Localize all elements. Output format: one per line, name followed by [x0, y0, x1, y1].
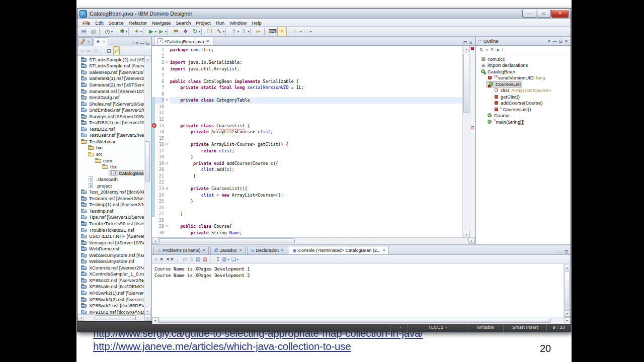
view-tab-console[interactable]: ▣Console (<terminated> CatalogBean (2...… [289, 246, 389, 254]
terminate-icon[interactable]: ■ [154, 255, 157, 263]
remove-all-launches-icon[interactable]: ✕✕ [166, 255, 174, 263]
chevron-right-icon[interactable]: » [132, 41, 135, 46]
fold-marker[interactable]: ⊖ [165, 141, 169, 148]
outline-item[interactable]: ▦com.tlcc [476, 56, 571, 62]
scroll-up-icon[interactable]: ▴ [564, 264, 570, 270]
annotation-ruler[interactable] [470, 46, 475, 237]
minimize-button[interactable]: — [522, 10, 536, 18]
back-icon[interactable]: ⇦ [80, 47, 85, 55]
code-line[interactable]: package com.tlcc; [170, 47, 463, 53]
keyboard-icon[interactable]: ⌨ [268, 27, 277, 36]
view-menu-icon[interactable]: ≡ [136, 41, 138, 46]
remove-launch-icon[interactable]: ✕ [159, 255, 164, 263]
hide-fields-icon[interactable]: ▫ [486, 47, 488, 52]
fold-marker[interactable]: ⊖ [165, 160, 169, 167]
code-line[interactable]: private static final long serialVersionU… [170, 84, 463, 91]
scrollbar-thumb[interactable] [145, 141, 150, 182]
tree-vertical-scrollbar[interactable]: ▴▾ [144, 56, 151, 314]
scrollbar-thumb[interactable] [565, 271, 570, 311]
display-console-icon[interactable]: ▥ [222, 255, 226, 263]
dropdown-caret-icon[interactable]: ▾ [111, 30, 113, 33]
code-line[interactable]: private class CategoryTable [170, 97, 463, 104]
tree-item[interactable]: Surveys.nsf [\\Server10/Se [77, 113, 144, 120]
tree-item[interactable]: Verisign.nsf [\\Server10/Se [77, 239, 144, 246]
open-resource-icon[interactable]: ❒ [205, 27, 214, 36]
tree-item[interactable]: WebDemo.nsf [77, 245, 144, 252]
tree-item[interactable]: SndEmbed.nsf [\\server2/N [77, 107, 144, 113]
code-line[interactable]: private CoursesList(){ [170, 186, 463, 192]
menu-help[interactable]: Help [249, 20, 264, 26]
code-line[interactable]: private ArrayList<Course> clist; [170, 129, 463, 135]
tree-item[interactable]: Sametest(2).nsf [\\STServe [77, 81, 144, 88]
dropdown-caret-icon[interactable]: ▾ [165, 30, 167, 33]
code-editor[interactable]: ✕ 12345678910111213141516171819202122232… [152, 46, 475, 237]
close-tab-icon[interactable]: ✕ [103, 40, 106, 44]
hide-nonpublic-icon[interactable]: ● [497, 47, 499, 52]
tree-item[interactable]: Testimp.nsf [77, 208, 144, 214]
title-bar[interactable]: CatalogBean.java - IBM Domino Designer —… [77, 9, 571, 19]
outline-item[interactable]: getClist() [476, 94, 571, 100]
tree-item[interactable]: XP85wrk2(1).nsf [\\Server1 [77, 290, 144, 296]
scroll-down-icon[interactable]: ▾ [144, 308, 150, 314]
tree-item[interactable]: STLinksSample.nsf [\\serve [77, 63, 144, 69]
code-line[interactable]: private String Name; [170, 230, 463, 236]
maximize-icon[interactable]: ⊡ [559, 39, 562, 44]
outline-item[interactable]: clist : ArrayList<Course> [476, 87, 571, 94]
outline-item[interactable]: CCoursesList() [476, 106, 571, 113]
code-line[interactable] [170, 104, 463, 110]
tree-item[interactable]: Test_20Derby.nsf [tlcc\9XP [77, 189, 144, 195]
outline-item[interactable]: CoursesList [476, 81, 571, 87]
scroll-right-icon[interactable]: ▸ [144, 315, 151, 321]
view-tab-javadoc[interactable]: @Javadoc✕ [210, 246, 246, 254]
collapse-all-icon[interactable]: ⊟ [107, 47, 111, 55]
code-line[interactable] [170, 205, 463, 211]
code-line[interactable]: public class CatalogBean implements Seri… [170, 78, 463, 85]
dropdown-caret-icon[interactable]: ▾ [228, 257, 229, 261]
scroll-left-icon[interactable]: ◂ [152, 238, 158, 244]
tree-item[interactable]: Testeam.nsf [\\server2/Ne [77, 195, 144, 202]
menu-file[interactable]: File [80, 20, 93, 26]
show-stdout-icon[interactable]: ▤ [196, 255, 200, 263]
scroll-right-icon[interactable]: ▸ [564, 317, 571, 323]
console-horizontal-scrollbar[interactable]: ◂▸ [152, 317, 571, 324]
tree-item[interactable]: SalesRep.nsf [\\Server10/Se [77, 69, 144, 75]
tree-item[interactable]: Tips.nsf [\\Server10/Server [77, 214, 144, 221]
hide-static-icon[interactable]: S [491, 47, 494, 52]
code-line[interactable]: import java.io.Serializable; [170, 59, 463, 66]
tree-item[interactable]: USCHED17.NTF [\\Server10 [77, 233, 144, 239]
outline-item[interactable]: S FserialVersionUID : long [476, 75, 571, 81]
code-line[interactable]: private class CoursesList { [170, 123, 463, 129]
dropdown-caret-icon[interactable]: ▾ [126, 30, 127, 33]
tree-item[interactable]: TroubleTickets90.nsf [\\ser [77, 220, 144, 227]
close-tab-icon[interactable]: ✕ [203, 248, 206, 252]
menu-refactor[interactable]: Refactor [126, 20, 149, 26]
console-vertical-scrollbar[interactable]: ▴▾ [564, 264, 571, 317]
close-tab-icon[interactable]: ✕ [207, 39, 210, 43]
code-line[interactable]: } [170, 198, 463, 205]
tree-item[interactable]: XControls.nsf [\\server2/N [77, 264, 144, 271]
minimize-icon[interactable]: — [457, 40, 461, 45]
scrollbar-thumb[interactable] [158, 318, 551, 323]
minimize-icon[interactable]: — [558, 249, 562, 254]
close-tab-icon[interactable]: ✕ [239, 248, 242, 252]
tree-item[interactable]: STLinksSample(2).nsf [\\ST [77, 56, 144, 63]
scrollbar-thumb[interactable] [159, 238, 295, 243]
close-tab-icon[interactable]: ✕ [383, 248, 386, 252]
menu-search[interactable]: Search [173, 20, 193, 26]
code-line[interactable]: public class Course{ [170, 223, 463, 230]
view-menu-icon[interactable]: ≡ [548, 39, 550, 44]
code-line[interactable]: import java.util.ArrayList; [170, 66, 463, 72]
sort-icon[interactable]: ⇅ [479, 47, 483, 52]
menu-run[interactable]: Run [213, 20, 227, 26]
tree-item[interactable]: TestDB2(1).nsf [\\server2/N [77, 119, 144, 126]
close-tab-icon[interactable]: ✕ [281, 248, 284, 252]
tree-item[interactable]: com [77, 157, 144, 164]
fold-marker[interactable]: ⊖ [165, 97, 169, 104]
editor-tab[interactable]: *CatalogBean.java ✕ [154, 37, 213, 45]
code-text[interactable]: package com.tlcc;import java.io.Serializ… [170, 47, 463, 237]
code-line[interactable] [170, 179, 463, 186]
search-icon[interactable]: ☀ [277, 27, 287, 36]
code-line[interactable]: private void addCourse(Course c){ [170, 160, 463, 167]
tree-item[interactable]: TestUser.nsf [\\server2/Ne [77, 132, 144, 139]
view-tab-declaration[interactable]: ↘Declaration✕ [247, 246, 287, 254]
